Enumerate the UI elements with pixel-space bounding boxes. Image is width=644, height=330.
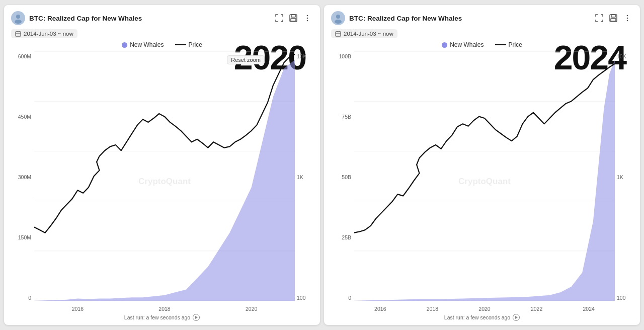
- svg-rect-4: [291, 19, 296, 21]
- chart-area-2020: 600M 450M 300M 150M 0 CryptoQuant Reset …: [11, 51, 313, 312]
- date-range-2: 2014-Jun-03 ~ now: [344, 31, 393, 37]
- svg-point-1: [15, 20, 22, 24]
- expand-icon-2[interactable]: [594, 13, 605, 24]
- more-icon[interactable]: [302, 13, 313, 24]
- x-label-2020: 2020: [246, 306, 257, 312]
- svg-point-0: [16, 15, 20, 19]
- card-actions-2: [594, 13, 633, 24]
- avatar: [11, 11, 25, 25]
- svg-rect-22: [611, 19, 616, 21]
- svg-rect-8: [16, 32, 21, 36]
- y2-right-1: 10K: [617, 53, 626, 59]
- card-title: BTC: Realized Cap for New Whales: [29, 15, 142, 22]
- svg-point-25: [627, 20, 628, 22]
- svg-point-18: [336, 15, 340, 19]
- legend-price-label-2: Price: [509, 41, 522, 48]
- y2-left-4: 25B: [342, 234, 351, 240]
- save-icon[interactable]: [288, 13, 299, 24]
- legend-price-2: Price: [495, 41, 522, 48]
- x-label-2020-2: 2020: [478, 306, 490, 312]
- svg-rect-26: [336, 32, 341, 36]
- y-left-4: 150M: [18, 234, 31, 240]
- svg-rect-3: [291, 15, 295, 17]
- y-left-5: 0: [28, 295, 31, 301]
- avatar-2: [331, 11, 345, 25]
- x-label-2022-2: 2022: [531, 306, 542, 312]
- x-axis-2020: 2016 2018 2020: [34, 302, 295, 312]
- card-header: BTC: Realized Cap for New Whales: [11, 11, 313, 25]
- legend-dot-new-whales: [122, 42, 127, 48]
- svg-point-23: [627, 15, 628, 17]
- y-left-2: 450M: [18, 114, 31, 120]
- y2-left-2: 75B: [342, 114, 351, 120]
- play-icon[interactable]: [193, 314, 200, 321]
- chart-card-2024: BTC: Realized Cap for New Whales: [324, 5, 640, 325]
- svg-point-6: [307, 18, 308, 19]
- date-badge-2: 2014-Jun-03 ~ now: [331, 29, 397, 38]
- svg-point-7: [307, 20, 308, 22]
- date-badge: 2014-Jun-03 ~ now: [11, 29, 77, 38]
- chart-inner-2024: CryptoQuant 2016 2018 2020 2022 2024: [354, 51, 615, 312]
- y-right-3: 100: [297, 295, 306, 301]
- x-label-2018: 2018: [158, 306, 170, 312]
- y-left-3: 300M: [18, 174, 31, 180]
- y2-right-2: 1K: [617, 174, 623, 180]
- svg-point-24: [627, 18, 628, 19]
- legend-line-price-2: [495, 44, 506, 45]
- svg-rect-21: [611, 15, 615, 17]
- last-run-text-2: Last run: a few seconds ago: [444, 314, 510, 320]
- legend-line-price: [175, 44, 186, 45]
- chart-area-2024: 100B 75B 50B 25B 0 CryptoQuant: [331, 51, 633, 312]
- legend-price: Price: [175, 41, 202, 48]
- legend-new-whales-label: New Whales: [130, 41, 164, 48]
- y-left-1: 600M: [18, 53, 31, 59]
- x-label-2016-2: 2016: [374, 306, 386, 312]
- y2-left-5: 0: [348, 295, 351, 301]
- x-label-2018-2: 2018: [427, 306, 438, 312]
- y-right-2: 1K: [297, 174, 303, 180]
- svg-point-5: [307, 15, 308, 17]
- y-right-1: 10K: [297, 53, 306, 59]
- x-label-2024-2: 2024: [583, 306, 594, 312]
- card-actions: [274, 13, 313, 24]
- x-label-2016: 2016: [72, 306, 84, 312]
- play-icon-2[interactable]: [513, 314, 520, 321]
- legend-new-whales-2: New Whales: [442, 41, 484, 48]
- last-run-text: Last run: a few seconds ago: [124, 314, 190, 320]
- legend-dot-new-whales-2: [442, 42, 447, 48]
- y2-left-3: 50B: [342, 174, 351, 180]
- y2-right-3: 100: [617, 295, 626, 301]
- legend-new-whales-label-2: New Whales: [450, 41, 484, 48]
- save-icon-2[interactable]: [608, 13, 619, 24]
- chart-inner-2020: CryptoQuant Reset zoom 2016 2018 2: [34, 51, 295, 312]
- legend-new-whales: New Whales: [122, 41, 164, 48]
- expand-icon[interactable]: [274, 13, 285, 24]
- card-header-2: BTC: Realized Cap for New Whales: [331, 11, 633, 25]
- card-title-2: BTC: Realized Cap for New Whales: [349, 15, 462, 22]
- footer-2024: Last run: a few seconds ago: [331, 312, 633, 321]
- legend-price-label: Price: [189, 41, 202, 48]
- card-title-area: BTC: Realized Cap for New Whales: [11, 11, 142, 25]
- chart-card-2020: BTC: Realized Cap for New Whales: [4, 5, 320, 325]
- card-title-area-2: BTC: Realized Cap for New Whales: [331, 11, 462, 25]
- svg-point-19: [335, 20, 342, 24]
- more-icon-2[interactable]: [622, 13, 633, 24]
- footer-2020: Last run: a few seconds ago: [11, 312, 313, 321]
- date-range: 2014-Jun-03 ~ now: [24, 31, 73, 37]
- x-axis-2024: 2016 2018 2020 2022 2024: [354, 302, 615, 312]
- y2-left-1: 100B: [339, 53, 351, 59]
- reset-zoom-button[interactable]: Reset zoom: [227, 55, 265, 64]
